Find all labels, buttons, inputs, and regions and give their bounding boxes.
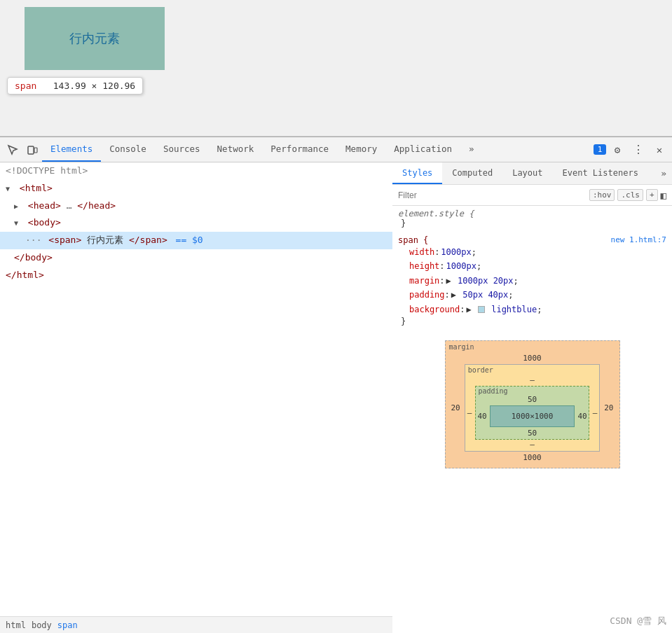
padding-top-val[interactable]: 50: [476, 395, 588, 404]
margin-bottom-val[interactable]: 1000: [448, 452, 617, 465]
filter-input[interactable]: [398, 190, 584, 200]
filter-controls: :hov .cls + ◧: [589, 189, 666, 201]
tab-computed[interactable]: Computed: [442, 162, 502, 184]
box-model: margin 1000 20 border – –: [445, 340, 620, 468]
tab-elements[interactable]: Elements: [42, 137, 101, 162]
head-triangle[interactable]: [14, 199, 22, 214]
dom-body-close: </body>: [0, 249, 392, 267]
devtools-main: <!DOCTYPE html> <html> <head> … </head>: [0, 162, 672, 633]
margin-label: margin: [449, 343, 474, 351]
css-prop-margin: margin : ▶ 1000px 20px ;: [398, 274, 666, 288]
notification-badge: 1: [594, 144, 606, 155]
margin-arrow[interactable]: ▶: [446, 276, 451, 286]
devtools: Elements Console Sources Network Perform…: [0, 137, 672, 633]
styles-tab-more[interactable]: »: [655, 162, 672, 184]
element-style-selector: element.style {: [398, 209, 474, 218]
css-span-source[interactable]: new 1.html:7: [611, 235, 666, 245]
device-icon[interactable]: [22, 140, 42, 160]
new-style-icon[interactable]: ◧: [661, 190, 666, 201]
border-right-val: –: [591, 408, 600, 417]
close-icon[interactable]: ✕: [650, 140, 669, 160]
inspect-icon[interactable]: [3, 140, 22, 160]
tab-more[interactable]: »: [460, 137, 483, 162]
styles-panel: Styles Computed Layout Event Listeners »…: [392, 162, 672, 633]
background-arrow[interactable]: ▶: [466, 305, 471, 314]
padding-arrow[interactable]: ▶: [451, 290, 456, 300]
padding-right-val[interactable]: 40: [576, 412, 588, 421]
css-rule-span: span { new 1.html:7 width : 1000px ; hei…: [398, 235, 666, 326]
css-prop-height: height : 1000px ;: [398, 259, 666, 273]
tab-console[interactable]: Console: [101, 137, 155, 162]
preview-element: 行内元素: [25, 7, 165, 70]
cls-button[interactable]: .cls: [617, 189, 643, 201]
toolbar-right: 1 ⚙ ⋮ ✕: [594, 140, 669, 160]
devtools-toolbar: Elements Console Sources Network Perform…: [0, 137, 672, 162]
padding-left-val[interactable]: 40: [476, 412, 488, 421]
tab-performance[interactable]: Performance: [262, 137, 337, 162]
watermark: CSDN @雪 风: [610, 615, 666, 627]
breadcrumb-html[interactable]: html: [6, 620, 26, 630]
css-prop-background: background : ▶ lightblue ;: [398, 302, 666, 316]
css-prop-width: width : 1000px ;: [398, 245, 666, 259]
html-triangle[interactable]: [6, 181, 14, 196]
tab-network[interactable]: Network: [209, 137, 263, 162]
more-options-icon[interactable]: ⋮: [629, 140, 648, 160]
dom-tree: <!DOCTYPE html> <html> <head> … </head>: [0, 162, 392, 633]
css-rule-element-style: element.style { }: [398, 209, 666, 228]
css-rule-element-style-header: element.style {: [398, 209, 666, 218]
dom-html-close: </html>: [0, 267, 392, 284]
tab-event-listeners[interactable]: Event Listeners: [553, 162, 648, 184]
dom-body-open[interactable]: <body>: [0, 214, 392, 232]
devtools-wrapper: Elements Console Sources Network Perform…: [0, 137, 672, 633]
css-span-selector[interactable]: span {: [398, 235, 428, 245]
preview-element-text: 行内元素: [69, 30, 120, 47]
breadcrumb-body[interactable]: body: [32, 620, 52, 630]
hov-button[interactable]: :hov: [589, 189, 615, 201]
tab-styles[interactable]: Styles: [392, 162, 442, 184]
background-swatch[interactable]: [478, 306, 485, 313]
breadcrumb: html body span: [0, 616, 392, 633]
margin-box: margin 1000 20 border – –: [445, 340, 620, 468]
tab-layout[interactable]: Layout: [502, 162, 552, 184]
margin-right-val[interactable]: 20: [601, 403, 616, 412]
dom-head[interactable]: <head> … </head>: [0, 197, 392, 215]
tooltip-dimensions: 143.99 × 120.96: [53, 81, 135, 91]
body-triangle[interactable]: [14, 216, 22, 230]
border-left-val: –: [465, 408, 474, 417]
dom-html-open[interactable]: <html>: [0, 180, 392, 197]
dom-span-selected[interactable]: ··· <span> 行内元素 </span> == $0: [0, 232, 392, 249]
add-style-button[interactable]: +: [646, 189, 658, 201]
border-label: border: [465, 365, 600, 374]
styles-tabs: Styles Computed Layout Event Listeners »: [392, 162, 672, 185]
padding-bottom-val[interactable]: 50: [476, 429, 588, 439]
preview-area: 行内元素 span 143.99 × 120.96: [0, 0, 672, 137]
css-rules: element.style { } span { new 1.html:7 wi…: [392, 206, 672, 633]
settings-icon[interactable]: ⚙: [608, 140, 627, 160]
content-box[interactable]: 1000×1000: [490, 405, 575, 427]
border-top-val: –: [465, 374, 600, 386]
breadcrumb-span[interactable]: span: [57, 620, 78, 630]
border-box: border – – padding 50: [465, 364, 601, 452]
svg-rect-1: [34, 148, 37, 153]
margin-left-val[interactable]: 20: [448, 403, 463, 412]
tab-sources[interactable]: Sources: [155, 137, 209, 162]
tooltip-tag: span: [15, 81, 36, 91]
box-model-container: margin 1000 20 border – –: [398, 333, 666, 475]
preview-tooltip: span 143.99 × 120.96: [7, 77, 143, 95]
padding-box: padding 50 40 1000×1000 40: [475, 386, 589, 440]
padding-label: padding: [476, 387, 588, 395]
devtools-tabs: Elements Console Sources Network Perform…: [42, 137, 594, 162]
css-prop-padding: padding : ▶ 50px 40px ;: [398, 288, 666, 302]
border-bottom-val: –: [465, 440, 600, 451]
tab-application[interactable]: Application: [385, 137, 460, 162]
tab-memory[interactable]: Memory: [337, 137, 385, 162]
filter-bar: :hov .cls + ◧: [392, 185, 672, 206]
css-rule-span-header: span { new 1.html:7: [398, 235, 666, 245]
dom-doctype: <!DOCTYPE html>: [0, 162, 392, 180]
svg-rect-0: [28, 146, 34, 154]
left-panel: <!DOCTYPE html> <html> <head> … </head>: [0, 162, 392, 633]
